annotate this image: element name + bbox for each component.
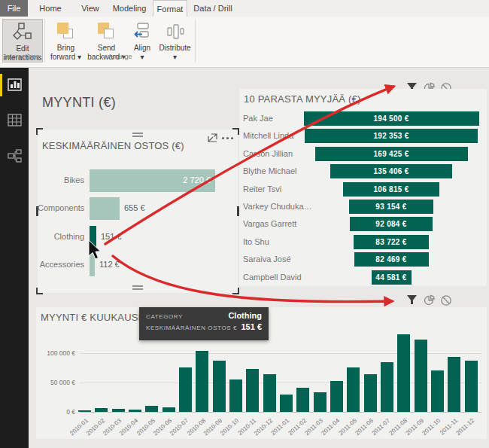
report-canvas: MYYNTI (€) <box>29 68 489 448</box>
funnel-data-label: 106 815 € <box>343 182 439 197</box>
send-backward-icon <box>86 21 127 44</box>
column-bar[interactable] <box>179 367 192 412</box>
highlight-interaction-icon[interactable] <box>424 294 436 306</box>
funnel-category-label: Varkey Chuduka… <box>243 202 312 211</box>
column-bar[interactable] <box>129 410 141 412</box>
column-bar[interactable] <box>280 395 293 412</box>
y-axis-tick-label: 50 000 € <box>41 379 75 386</box>
ribbon-tab-bar: File Home View Modeling Format Data / Dr… <box>0 0 489 17</box>
y-axis-tick-label: 100 000 € <box>41 349 75 357</box>
column-bar[interactable] <box>229 379 242 412</box>
powerbi-window: File Home View Modeling Format Data / Dr… <box>0 0 489 448</box>
barchart-bar[interactable] <box>90 254 95 276</box>
ribbon: Edit interactions Bring forward ▾ Send b… <box>0 17 489 68</box>
funnel-category-label: Pak Jae <box>243 114 273 123</box>
barchart-category-label: Clothing <box>38 232 84 241</box>
tab-home[interactable]: Home <box>33 0 68 17</box>
sidebar-item-model-view[interactable] <box>0 145 29 168</box>
funnel-bar[interactable]: 92 084 € <box>350 217 433 231</box>
funnel-data-label: 194 500 € <box>304 111 479 126</box>
none-interaction-icon[interactable] <box>440 294 452 306</box>
tooltip-measure-label: KESKIMÄÄRÄINEN OSTOS € <box>146 325 237 331</box>
column-bar[interactable] <box>330 381 343 412</box>
funnel-bar[interactable]: 82 469 € <box>354 252 429 267</box>
barchart-plot-area: Bikes2 720 €Components655 €Clothing151 €… <box>38 130 238 293</box>
funnel-bar[interactable]: 194 500 € <box>304 111 479 126</box>
column-bar[interactable] <box>78 410 91 412</box>
sidebar-item-report-view[interactable] <box>0 74 29 96</box>
funnel-bar[interactable]: 44 581 € <box>372 270 412 285</box>
tooltip-measure-value: 151 € <box>241 322 262 331</box>
column-bar[interactable] <box>145 406 158 412</box>
funnel-bar[interactable]: 83 722 € <box>354 235 429 249</box>
column-bar[interactable] <box>381 362 393 412</box>
column-bar[interactable] <box>95 408 108 412</box>
funnel-bar[interactable]: 192 353 € <box>305 129 478 143</box>
column-bar[interactable] <box>246 369 259 412</box>
column-bar[interactable] <box>112 409 125 412</box>
column-bar[interactable] <box>465 361 478 412</box>
barchart-data-label: 655 € <box>124 203 145 212</box>
edit-interactions-icon <box>3 22 42 44</box>
barchart-data-label: 112 € <box>99 260 120 269</box>
column-bar[interactable] <box>431 370 444 412</box>
distribute-label-1: Distribute <box>159 44 190 52</box>
tab-data-drill[interactable]: Data / Drill <box>190 0 236 17</box>
column-bar[interactable] <box>314 392 327 412</box>
funnel-category-label: Reiter Tsvi <box>243 184 281 194</box>
funnel-category-label: Blythe Michael <box>243 166 297 175</box>
column-bar[interactable] <box>196 351 208 412</box>
selected-accent-bar <box>0 74 2 96</box>
funnel-data-label: 169 425 € <box>315 147 468 161</box>
funnel-data-label: 93 154 € <box>349 200 433 214</box>
funnel-category-label: Saraiva José <box>243 254 291 264</box>
barchart-bar[interactable] <box>90 226 96 248</box>
edit-interactions-label-1: Edit <box>16 44 29 53</box>
barchart-visual-average-purchase[interactable]: KESKIMÄÄRÄINEN OSTOS (€) Bikes2 720 €Com… <box>38 130 238 293</box>
funnel-bar[interactable]: 106 815 € <box>343 182 439 197</box>
column-bar[interactable] <box>162 407 175 412</box>
bring-forward-icon <box>47 21 84 44</box>
funnel-data-label: 83 722 € <box>354 235 429 249</box>
sidebar-item-data-view[interactable] <box>0 109 29 132</box>
ribbon-group-arrange: Arrange <box>47 53 193 63</box>
column-bar[interactable] <box>296 388 309 412</box>
column-bar[interactable] <box>415 340 427 412</box>
ribbon-group-interactions: Interactions <box>2 53 41 63</box>
funnel-category-label: Mitchell Linda <box>243 131 293 140</box>
funnel-data-label: 82 469 € <box>354 252 429 267</box>
funnel-bar[interactable]: 93 154 € <box>349 200 433 214</box>
funnel-data-label: 92 084 € <box>350 217 433 231</box>
funnel-bar[interactable]: 169 425 € <box>315 147 468 161</box>
tab-file[interactable]: File <box>0 0 28 17</box>
send-backward-label-1: Send <box>98 44 115 52</box>
data-view-icon <box>8 113 22 130</box>
funnel-bar[interactable]: 135 406 € <box>330 164 452 178</box>
distribute-icon <box>157 21 193 44</box>
barchart-bar[interactable] <box>90 197 120 220</box>
funnel-visual-top-sellers[interactable]: 10 PARASTA MYYJÄÄ (€) Pak Jae194 500 €Mi… <box>239 89 487 286</box>
align-icon <box>129 21 155 44</box>
column-bar[interactable] <box>448 357 460 412</box>
barchart-data-label: 151 € <box>101 232 122 241</box>
column-bar[interactable] <box>347 367 360 412</box>
column-bar[interactable] <box>397 334 410 412</box>
funnel-data-label: 135 406 € <box>330 164 452 178</box>
column-bar[interactable] <box>364 374 377 412</box>
barchart-data-label: 2 720 € <box>172 175 211 184</box>
funnel-plot-area: Pak Jae194 500 €Mitchell Linda192 353 €C… <box>239 89 487 286</box>
tab-view[interactable]: View <box>75 0 105 17</box>
column-bar[interactable] <box>213 361 226 412</box>
funnel-category-label: Carson Jillian <box>243 149 293 158</box>
bring-forward-label-1: Bring <box>57 44 74 52</box>
model-view-icon <box>8 149 22 166</box>
filter-interaction-icon[interactable] <box>406 294 418 306</box>
column-bar[interactable] <box>263 374 276 412</box>
align-label-1: Align <box>134 44 150 52</box>
interaction-icons-columns <box>406 294 453 306</box>
funnel-data-label: 192 353 € <box>305 129 478 143</box>
tab-modeling[interactable]: Modeling <box>110 0 149 17</box>
y-axis-tick-label: 0 € <box>41 408 75 416</box>
tab-format-selected[interactable]: Format <box>153 0 187 17</box>
funnel-data-label: 44 581 € <box>372 270 412 285</box>
